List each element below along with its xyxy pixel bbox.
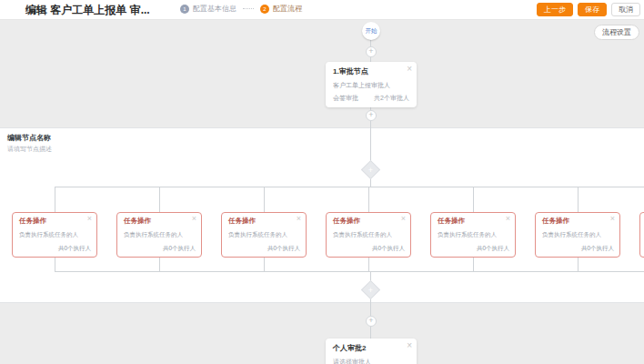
branch-card-count: 共0个执行人 — [58, 245, 91, 253]
approval-node-title: 1.审批节点 — [333, 66, 368, 76]
plus-icon: + — [365, 164, 377, 176]
branch-split-line — [55, 187, 644, 187]
branch-card-title: 任务操作 — [228, 217, 256, 226]
close-icon[interactable]: × — [407, 64, 412, 74]
step-configure-flow[interactable]: 2 配置流程 — [260, 4, 302, 14]
branch-card[interactable]: 任务操作 × 负责执行系统任务的人 共0个执行人 — [116, 212, 202, 258]
branch-card-count: 共0个执行人 — [267, 245, 300, 253]
close-icon[interactable]: × — [401, 214, 406, 223]
approval-node-mode: 会签审批 — [333, 94, 358, 103]
condition-group-name: 编辑节点名称 — [7, 133, 51, 143]
branch-card[interactable]: 任务操作 × 负责执行系统任务的人 共0个执行人 — [430, 212, 516, 258]
branch-card-title: 任务操作 — [333, 217, 360, 226]
personal-approval-card[interactable]: 个人审批2 × 请选择审批人 — [326, 339, 417, 364]
add-node-button[interactable]: + — [366, 316, 377, 327]
branch-card[interactable]: 任务操作 × 负责执行系统任务的人 共0个执行人 — [639, 212, 644, 258]
personal-approval-desc: 请选择审批人 — [333, 358, 371, 364]
branch-card-count: 共0个执行人 — [477, 245, 509, 253]
step-2-label: 配置流程 — [273, 4, 302, 14]
flow-settings-button[interactable]: 流程设置 — [594, 25, 639, 40]
branch-card-desc: 负责执行系统任务的人 — [333, 231, 392, 239]
add-node-button[interactable]: + — [366, 110, 377, 121]
close-icon[interactable]: × — [407, 340, 412, 350]
branch-card-title: 任务操作 — [19, 217, 46, 226]
page-title: 编辑 客户工单上报单 审... — [25, 3, 150, 17]
step-2-circle: 2 — [260, 5, 269, 14]
branch-card[interactable]: 任务操作 × 负责执行系统任务的人 共0个执行人 — [535, 212, 620, 258]
step-1-circle: 1 — [180, 5, 189, 14]
close-icon[interactable]: × — [506, 214, 510, 223]
approval-node-card[interactable]: 1.审批节点 × 客户工单上报审批人 会签审批 共2个审批人 — [326, 62, 417, 107]
step-separator — [243, 8, 254, 9]
add-node-button[interactable]: + — [366, 46, 377, 57]
branch-card-title: 任务操作 — [438, 217, 465, 226]
step-1-label: 配置基本信息 — [193, 4, 236, 14]
header-bar: 编辑 客户工单上报单 审... 1 配置基本信息 2 配置流程 上一步 保存 取… — [0, 0, 644, 20]
step-basic-info[interactable]: 1 配置基本信息 — [180, 4, 236, 14]
close-icon[interactable]: × — [87, 214, 92, 223]
close-icon[interactable]: × — [192, 214, 196, 223]
branch-card-desc: 负责执行系统任务的人 — [19, 231, 78, 239]
approval-node-desc: 客户工单上报审批人 — [333, 81, 390, 90]
start-node[interactable]: 开始 — [362, 22, 380, 40]
branch-merge-line — [55, 271, 644, 272]
branch-card-title: 任务操作 — [542, 217, 569, 226]
personal-approval-title: 个人审批2 — [333, 343, 366, 353]
previous-step-button[interactable]: 上一步 — [537, 3, 573, 16]
branch-card-desc: 负责执行系统任务的人 — [438, 231, 497, 239]
branch-card-count: 共0个执行人 — [372, 245, 405, 253]
branch-card[interactable]: 任务操作 × 负责执行系统任务的人 共0个执行人 — [12, 212, 97, 258]
branch-card-count: 共0个执行人 — [163, 245, 196, 253]
branch-card-desc: 负责执行系统任务的人 — [542, 231, 601, 239]
save-button[interactable]: 保存 — [578, 3, 607, 16]
branch-card-desc: 负责执行系统任务的人 — [228, 231, 287, 239]
close-icon[interactable]: × — [297, 214, 301, 223]
approval-node-count: 共2个审批人 — [374, 94, 409, 103]
branch-card-title: 任务操作 — [124, 217, 151, 226]
branch-card-desc: 负责执行系统任务的人 — [124, 231, 183, 239]
close-icon[interactable]: × — [610, 214, 615, 223]
header-actions: 上一步 保存 取消 — [537, 3, 640, 16]
branch-card[interactable]: 任务操作 × 负责执行系统任务的人 共0个执行人 — [221, 212, 307, 258]
step-indicator: 1 配置基本信息 2 配置流程 — [180, 4, 302, 14]
plus-icon: + — [365, 284, 377, 296]
branch-card[interactable]: 任务操作 × 负责执行系统任务的人 共0个执行人 — [326, 212, 411, 258]
cancel-button[interactable]: 取消 — [611, 3, 640, 16]
workflow-editor-screen: 编辑节点名称 请填写节点描述 + + 开始 + + + 1.审批节点 × 客户工… — [0, 0, 644, 364]
branch-card-count: 共0个执行人 — [581, 245, 614, 253]
condition-group-desc: 请填写节点描述 — [7, 145, 52, 154]
